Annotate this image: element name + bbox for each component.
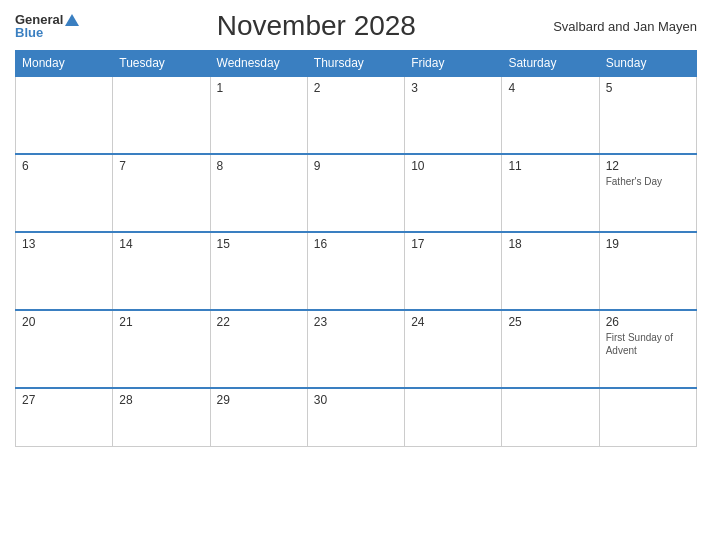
calendar-cell: [113, 76, 210, 154]
calendar-cell: 30: [307, 388, 404, 446]
day-number: 14: [119, 237, 203, 251]
calendar-cell: 17: [405, 232, 502, 310]
weekday-header-saturday: Saturday: [502, 51, 599, 77]
weekday-header-tuesday: Tuesday: [113, 51, 210, 77]
calendar-cell: 8: [210, 154, 307, 232]
calendar-week-row: 6789101112Father's Day: [16, 154, 697, 232]
calendar-cell: 16: [307, 232, 404, 310]
calendar-cell: 11: [502, 154, 599, 232]
calendar-week-row: 27282930: [16, 388, 697, 446]
calendar-cell: [16, 76, 113, 154]
day-number: 30: [314, 393, 398, 407]
weekday-header-friday: Friday: [405, 51, 502, 77]
day-number: 28: [119, 393, 203, 407]
day-number: 22: [217, 315, 301, 329]
day-number: 5: [606, 81, 690, 95]
day-number: 26: [606, 315, 690, 329]
logo-triangle-icon: [65, 14, 79, 26]
region-label: Svalbard and Jan Mayen: [553, 19, 697, 34]
logo-blue-text: Blue: [15, 26, 43, 39]
weekday-header-thursday: Thursday: [307, 51, 404, 77]
day-number: 9: [314, 159, 398, 173]
calendar-cell: 15: [210, 232, 307, 310]
day-number: 11: [508, 159, 592, 173]
calendar-cell: 23: [307, 310, 404, 388]
day-number: 16: [314, 237, 398, 251]
day-number: 6: [22, 159, 106, 173]
event-label: Father's Day: [606, 175, 690, 188]
day-number: 29: [217, 393, 301, 407]
calendar-cell: 19: [599, 232, 696, 310]
calendar-cell: 27: [16, 388, 113, 446]
calendar-cell: 9: [307, 154, 404, 232]
calendar-header: General Blue November 2028 Svalbard and …: [15, 10, 697, 42]
calendar-cell: 14: [113, 232, 210, 310]
day-number: 15: [217, 237, 301, 251]
calendar-cell: 12Father's Day: [599, 154, 696, 232]
day-number: 19: [606, 237, 690, 251]
calendar-cell: 6: [16, 154, 113, 232]
calendar-cell: 28: [113, 388, 210, 446]
calendar-cell: 20: [16, 310, 113, 388]
calendar-cell: 10: [405, 154, 502, 232]
day-number: 8: [217, 159, 301, 173]
calendar-cell: 25: [502, 310, 599, 388]
day-number: 24: [411, 315, 495, 329]
day-number: 20: [22, 315, 106, 329]
day-number: 10: [411, 159, 495, 173]
day-number: 23: [314, 315, 398, 329]
calendar-cell: 24: [405, 310, 502, 388]
day-number: 1: [217, 81, 301, 95]
day-number: 12: [606, 159, 690, 173]
calendar-cell: 21: [113, 310, 210, 388]
calendar-cell: 18: [502, 232, 599, 310]
calendar-week-row: 20212223242526First Sunday of Advent: [16, 310, 697, 388]
weekday-header-wednesday: Wednesday: [210, 51, 307, 77]
day-number: 3: [411, 81, 495, 95]
day-number: 17: [411, 237, 495, 251]
calendar-cell: 7: [113, 154, 210, 232]
calendar-cell: 5: [599, 76, 696, 154]
day-number: 13: [22, 237, 106, 251]
calendar-cell: [599, 388, 696, 446]
calendar-container: General Blue November 2028 Svalbard and …: [0, 0, 712, 550]
weekday-header-row: MondayTuesdayWednesdayThursdayFridaySatu…: [16, 51, 697, 77]
calendar-cell: 4: [502, 76, 599, 154]
calendar-week-row: 13141516171819: [16, 232, 697, 310]
calendar-cell: 3: [405, 76, 502, 154]
calendar-cell: 29: [210, 388, 307, 446]
day-number: 7: [119, 159, 203, 173]
day-number: 2: [314, 81, 398, 95]
calendar-cell: 26First Sunday of Advent: [599, 310, 696, 388]
calendar-table: MondayTuesdayWednesdayThursdayFridaySatu…: [15, 50, 697, 447]
calendar-cell: [502, 388, 599, 446]
calendar-cell: 13: [16, 232, 113, 310]
day-number: 18: [508, 237, 592, 251]
day-number: 25: [508, 315, 592, 329]
event-label: First Sunday of Advent: [606, 331, 690, 357]
day-number: 4: [508, 81, 592, 95]
day-number: 27: [22, 393, 106, 407]
month-title: November 2028: [79, 10, 553, 42]
calendar-cell: [405, 388, 502, 446]
weekday-header-monday: Monday: [16, 51, 113, 77]
calendar-week-row: 12345: [16, 76, 697, 154]
calendar-cell: 22: [210, 310, 307, 388]
logo: General Blue: [15, 13, 79, 39]
day-number: 21: [119, 315, 203, 329]
calendar-cell: 2: [307, 76, 404, 154]
weekday-header-sunday: Sunday: [599, 51, 696, 77]
calendar-cell: 1: [210, 76, 307, 154]
